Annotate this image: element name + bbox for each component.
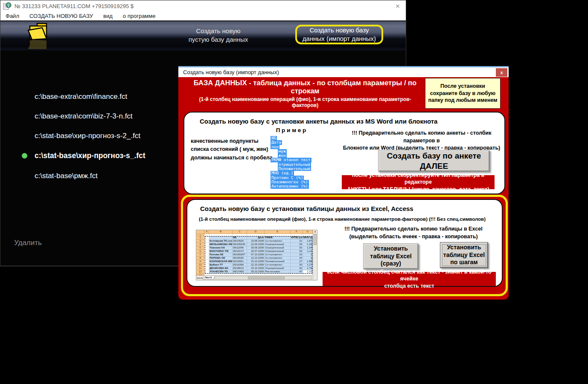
excel-cell: Отрицательный — [265, 250, 291, 253]
excel-cell — [209, 236, 233, 240]
excel-cell: 09/17459 — [233, 270, 247, 274]
menu-item-create-new-db[interactable]: СОЗДАТЬ НОВУЮ БАЗУ — [29, 13, 93, 19]
dialog-title: Создать новую базу (импорт данных) — [183, 69, 279, 75]
window-close-icon[interactable]: × — [394, 3, 402, 10]
excel-cell — [204, 270, 209, 274]
excel-cell: 30.10.2009 — [247, 270, 265, 274]
excel-cell: 07.10.2009 — [247, 253, 265, 257]
copy-anketa-hint: !!! Предварительно сделать копию анкеты … — [338, 130, 505, 152]
save-note: После установки сохраните базу в любую п… — [425, 78, 501, 109]
excel-cell: 2 — [196, 236, 204, 240]
excel-cell: 22.10.2009 — [247, 263, 265, 267]
example-item: пол — [271, 145, 279, 149]
install-excel-steps-button[interactable]: Установить таблицу Excel по шагам — [440, 242, 488, 268]
excel-cell: 4 — [196, 243, 204, 246]
excel-cell: 11 — [196, 267, 204, 270]
excel-highlight-box: Создать новую базу с установки таблицы д… — [181, 195, 508, 296]
toolbar-new-empty-db-button[interactable]: Создать новую пустую базу данных — [170, 27, 266, 44]
excel-cell: C — [233, 230, 247, 234]
excel-cell — [204, 243, 209, 246]
excel-cell: Тимохин НА — [209, 246, 233, 250]
excel-cell: G — [303, 230, 313, 234]
excel-cell: МАКУХИНА ТМ — [209, 250, 233, 253]
example-label: П р и м е р — [265, 127, 317, 133]
excel-cell: АПТВ (сек) — [291, 236, 303, 240]
excel-cell: Отрицательный — [265, 243, 291, 246]
anketa-panel: Создать новую базу с установки анкеты да… — [183, 112, 505, 194]
open-folder-icon[interactable] — [27, 22, 52, 51]
file-item[interactable]: c:\stat-base\хир-прогноз-s-2_.fct — [35, 132, 140, 141]
excel-cell: 30 — [291, 263, 303, 267]
dialog-titlebar: Создать новую базу (импорт данных) x — [178, 66, 509, 77]
excel-cell: Дата — [247, 236, 265, 240]
excel-vscrollbar: ▴ — [313, 230, 317, 280]
excel-nav-icons: ◂ ▸ ▸| — [196, 277, 203, 280]
excel-cell: 09/345245 — [233, 243, 247, 246]
excel-cell: 09/18190? — [233, 253, 247, 257]
excel-cell: 7 — [196, 253, 204, 257]
excel-cell: МНО (ед.) — [303, 236, 313, 240]
excel-cell: 12.10.2009 — [247, 257, 265, 260]
excel-cell: 19.05.2009 — [247, 240, 265, 243]
excel-cell: 5 — [196, 246, 204, 250]
excel-cell: 03/16396 — [233, 263, 247, 267]
excel-cell: A — [204, 230, 209, 234]
excel-cell: 1 — [303, 257, 313, 260]
excel-cell: Положительный — [265, 260, 291, 263]
excel-cell — [204, 236, 209, 240]
example-list: ИБДатаполмужженРКМФ этанол тестотрицател… — [271, 136, 311, 189]
excel-cell — [204, 257, 209, 260]
install-excel-now-button[interactable]: Установить таблицу Excel (сразу) — [363, 243, 419, 269]
excel-red-note: если числовой столбец считался как текст… — [323, 272, 496, 286]
excel-cell: 3 — [196, 240, 204, 243]
excel-cell: 09/16661 — [233, 260, 247, 263]
excel-cell: МЕЛЬНИКОВА ЛМ — [209, 243, 233, 246]
excel-cell: Сл-положител. — [265, 253, 291, 257]
excel-grid: ABCDEFG12ИБДатаРКМФАПТВ (сек)МНО (ед.)3К… — [196, 230, 313, 280]
excel-cell: Сл-положител. — [265, 257, 291, 260]
anketa-panel-title: Создать новую базу с установки анкеты да… — [200, 118, 437, 125]
excel-cell: E — [265, 230, 291, 234]
app-icon — [3, 2, 12, 10]
excel-cell: Рез-положит. — [265, 270, 291, 274]
excel-cell: РКМФ — [265, 236, 291, 240]
file-item[interactable]: c:\base-extra\com\biz-7-3-n.fct — [35, 112, 133, 121]
active-file-marker-icon — [22, 153, 27, 159]
excel-cell: 1,76 — [303, 267, 313, 270]
excel-cell: 27 — [291, 260, 303, 263]
excel-cell — [196, 230, 204, 234]
excel-cell — [204, 246, 209, 250]
excel-cell: 09/18190 — [233, 257, 247, 260]
excel-cell: ИБ — [233, 236, 247, 240]
excel-cell: 12 — [196, 270, 204, 274]
toolbar-new-import-db-button[interactable]: Создать новую базу данных (импорт данных… — [295, 25, 383, 44]
excel-sheet-bar: ◂ ▸ ▸| Лист1 — [196, 275, 313, 280]
excel-panel: Создать новую базу с установки таблицы д… — [186, 199, 503, 287]
excel-panel-subtitle: (1-й столбец наименование операций (фио)… — [199, 217, 498, 222]
file-item[interactable]: c:\stat-base\рмж.fct — [35, 172, 98, 181]
excel-cell: КОЗЛОВСКАЯ ЖМ — [209, 260, 233, 263]
menu-item-file[interactable]: Файл — [6, 13, 19, 19]
excel-cell — [204, 240, 209, 243]
create-by-anketa-button[interactable]: Создать базу по анкете ДАЛЕЕ — [378, 150, 490, 172]
excel-cell: Котлярова ТК сотр — [209, 240, 233, 243]
menu-item-about[interactable]: о программе — [123, 13, 156, 19]
excel-cell: 1,87 — [303, 240, 313, 243]
excel-cell: 31 — [291, 240, 303, 243]
scroll-up-icon: ▴ — [314, 230, 316, 234]
anketa-red-note: после установки скорректируйте тип парам… — [342, 175, 495, 189]
file-item[interactable]: c:\base-extra\com\finance.fct — [35, 92, 127, 102]
delete-button[interactable]: Удалить — [14, 239, 42, 247]
dialog-close-button[interactable]: x — [496, 68, 507, 77]
menu-item-view[interactable]: вид — [103, 13, 113, 19]
qualitative-hint: качественные подпункты списка состояний … — [191, 137, 273, 162]
excel-cell: 1,11 — [303, 250, 313, 253]
header-line-1: БАЗА ДАННЫХ - таблица данных - по столбц… — [188, 79, 422, 95]
excel-cell: 1,88 — [303, 260, 313, 263]
file-item-active[interactable]: c:\stat-base\хир-прогноз-s_.fct — [35, 151, 146, 161]
excel-cell: 30 — [291, 250, 303, 253]
excel-cell: 8 — [196, 257, 204, 260]
excel-cell: 09/18013 — [233, 267, 247, 270]
excel-cell: Сл-положител. — [265, 263, 291, 267]
dialog-body: БАЗА ДАННЫХ - таблица данных - по столбц… — [178, 77, 509, 300]
